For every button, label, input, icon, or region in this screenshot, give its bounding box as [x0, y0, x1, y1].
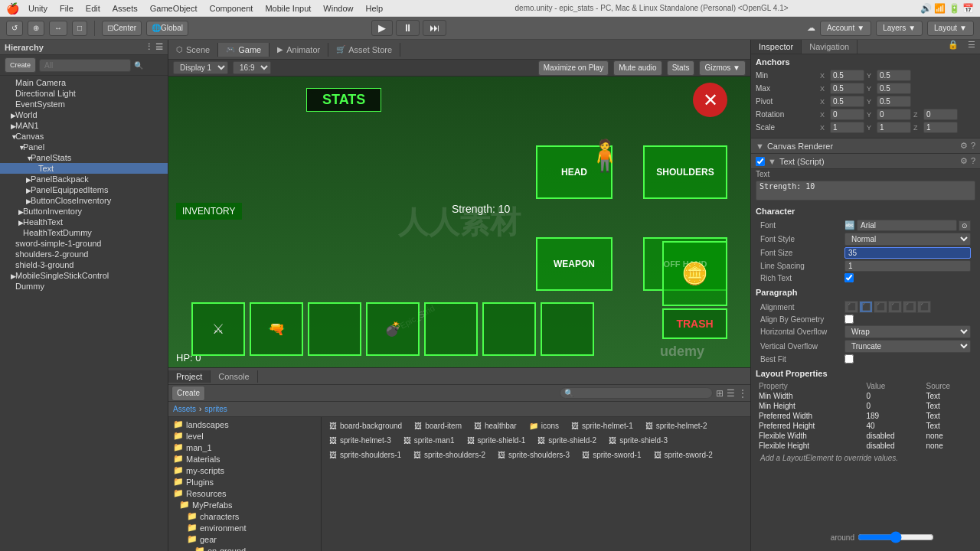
stats-btn[interactable]: Stats: [667, 60, 695, 76]
tab-scene[interactable]: ⬡ Scene: [168, 43, 218, 57]
play-button[interactable]: ▶: [371, 20, 393, 36]
pause-button[interactable]: ⏸: [396, 20, 420, 36]
tab-assetstore[interactable]: 🛒 Asset Store: [328, 43, 400, 57]
align-topright[interactable]: ⬛: [874, 301, 887, 313]
pivot-y[interactable]: [877, 96, 911, 107]
file-board-background[interactable]: 🖼board-background: [325, 420, 407, 432]
file-board-item[interactable]: 🖼board-item: [410, 420, 466, 432]
tree-item-man1[interactable]: ▶MAN1: [0, 120, 168, 131]
mute-audio[interactable]: Mute audio: [613, 60, 662, 76]
file-sprite-helmet-2[interactable]: 🖼sprite-helmet-2: [641, 420, 712, 432]
file-sprite-helmet-3[interactable]: 🖼sprite-helmet-3: [325, 435, 396, 446]
inv-slot-6[interactable]: [482, 302, 536, 356]
font-select-btn[interactable]: ⊙: [959, 220, 971, 231]
text-script-settings-icon[interactable]: ⚙: [960, 156, 968, 166]
file-healthbar[interactable]: 🖼healthbar: [469, 420, 521, 432]
menu-mobileinput[interactable]: Mobile Input: [265, 4, 311, 13]
file-sprite-sword-1[interactable]: 🖼sprite-sword-1: [577, 449, 645, 461]
folder-level[interactable]: 📁level: [168, 430, 321, 442]
inv-slot-1[interactable]: ⚔: [191, 302, 245, 356]
file-sprite-helmet-1[interactable]: 🖼sprite-helmet-1: [567, 420, 638, 432]
view-icon[interactable]: ⋮: [738, 388, 747, 399]
transform-btn-3[interactable]: ↔: [49, 21, 67, 36]
anchor-min-y[interactable]: [877, 70, 911, 81]
folder-gear[interactable]: 📁gear: [168, 533, 321, 545]
scale-y[interactable]: [877, 122, 911, 133]
v-overflow-select[interactable]: Truncate: [844, 340, 971, 353]
weapon-slot[interactable]: WEAPON: [536, 237, 612, 291]
tree-item-sword-ground[interactable]: sword-simple-1-ground: [0, 238, 168, 249]
breadcrumb-sprites[interactable]: sprites: [204, 405, 227, 413]
tree-item-mobilestick[interactable]: ▶MobileSingleStickControl: [0, 270, 168, 281]
folder-materials[interactable]: 📁Materials: [168, 453, 321, 465]
center-button[interactable]: ⊡ Center: [102, 21, 142, 36]
align-topcenter[interactable]: ⬛: [859, 301, 873, 313]
rotation-y[interactable]: [877, 109, 911, 120]
scale-z[interactable]: [923, 122, 958, 133]
folder-plugins[interactable]: 📁Plugins: [168, 476, 321, 487]
pivot-x[interactable]: [830, 96, 864, 107]
file-sprite-man1[interactable]: 🖼sprite-man1: [399, 435, 459, 446]
rotation-z[interactable]: [923, 109, 958, 120]
menu-unity[interactable]: Unity: [28, 4, 47, 13]
gizmos-btn[interactable]: Gizmos ▼: [699, 60, 746, 76]
rich-text-checkbox[interactable]: [844, 273, 854, 282]
rotation-x[interactable]: [830, 109, 864, 120]
apple-menu[interactable]: 🍎: [6, 2, 19, 15]
inv-slot-4[interactable]: 💣: [366, 302, 420, 356]
anchor-max-y[interactable]: [877, 83, 911, 94]
canvas-renderer-settings-icon[interactable]: ⚙: [960, 141, 968, 151]
tab-game[interactable]: 🎮 Game: [218, 43, 270, 57]
file-sprite-shoulders-3[interactable]: 🖼sprite-shoulders-3: [493, 449, 574, 461]
anchor-max-x[interactable]: [830, 83, 864, 94]
file-icons[interactable]: 📁icons: [524, 420, 564, 432]
tab-navigation[interactable]: Navigation: [802, 40, 858, 54]
tree-item-dummy[interactable]: Dummy: [0, 281, 168, 292]
file-sprite-shield-3[interactable]: 🖼sprite-shield-3: [604, 435, 672, 446]
maximize-on-play[interactable]: Maximize on Play: [538, 60, 609, 76]
ratio-dropdown[interactable]: 16:9: [233, 61, 271, 74]
display-dropdown[interactable]: Display 1: [173, 61, 228, 74]
canvas-renderer-header[interactable]: ▼ Canvas Renderer ⚙ ?: [751, 139, 980, 154]
canvas-renderer-help-icon[interactable]: ?: [971, 141, 975, 151]
best-fit-checkbox[interactable]: [844, 354, 854, 364]
transform-btn-1[interactable]: ↺: [6, 21, 23, 36]
folder-landscapes[interactable]: 📁landscapes: [168, 419, 321, 430]
hierarchy-search[interactable]: [39, 59, 131, 72]
tree-item-directional-light[interactable]: Directional Light: [0, 88, 168, 99]
menu-component[interactable]: Component: [210, 4, 253, 13]
inv-slot-2[interactable]: 🔫: [250, 302, 303, 356]
list-icon[interactable]: ☰: [727, 388, 735, 399]
tree-item-buttoncloseinventory[interactable]: ▶ButtonCloseInventory: [0, 195, 168, 206]
tree-item-healthtextdummy[interactable]: HealthTextDummy: [0, 227, 168, 238]
menu-gameobject[interactable]: GameObject: [150, 4, 198, 13]
tree-item-shield-ground[interactable]: shield-3-ground: [0, 259, 168, 270]
tree-item-panelequippeditems[interactable]: ▶PanelEquippedItems: [0, 184, 168, 195]
inv-slot-5[interactable]: [424, 302, 478, 356]
global-button[interactable]: 🌐 Global: [146, 21, 188, 36]
account-dropdown[interactable]: Account ▼: [820, 21, 871, 36]
menu-edit[interactable]: Edit: [86, 4, 100, 13]
h-overflow-select[interactable]: Wrap: [844, 325, 971, 338]
file-sprite-shield-1[interactable]: 🖼sprite-shield-1: [462, 435, 531, 446]
tree-item-panelstats[interactable]: ▼PanelStats: [0, 152, 168, 163]
tree-item-healthtext[interactable]: ▶HealthText: [0, 217, 168, 227]
menu-window[interactable]: Window: [323, 4, 353, 13]
trash-slot[interactable]: 🪙: [662, 241, 727, 306]
sort-icon[interactable]: ⊞: [716, 388, 724, 399]
menu-help[interactable]: Help: [365, 4, 383, 13]
text-value-input[interactable]: Strength: 10: [756, 181, 975, 201]
font-style-select[interactable]: Normal: [844, 233, 971, 246]
align-middleleft[interactable]: ⬛: [888, 301, 902, 313]
inspector-menu-icon[interactable]: ☰: [963, 40, 980, 54]
folder-my-scripts[interactable]: 📁my-scripts: [168, 465, 321, 476]
text-script-help-icon[interactable]: ?: [971, 156, 975, 166]
align-topleft[interactable]: ⬛: [844, 301, 858, 313]
tree-item-panel[interactable]: ▼Panel: [0, 142, 168, 152]
align-middlecenter[interactable]: ⬛: [903, 301, 916, 313]
scale-x[interactable]: [830, 122, 864, 133]
file-sprite-shield-2[interactable]: 🖼sprite-shield-2: [533, 435, 601, 446]
menu-assets[interactable]: Assets: [113, 4, 138, 13]
folder-man1[interactable]: 📁man_1: [168, 442, 321, 453]
inspector-lock-icon[interactable]: 🔒: [943, 40, 963, 54]
